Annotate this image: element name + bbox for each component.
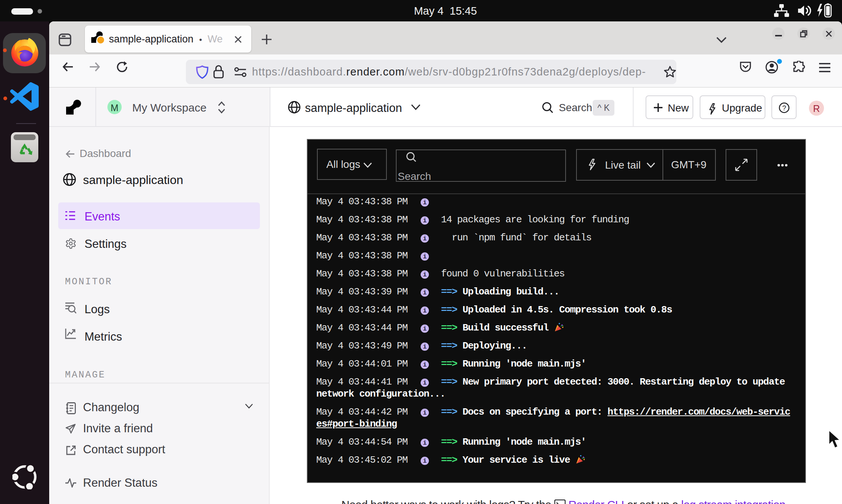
svg-text:?: ? [782,104,786,112]
